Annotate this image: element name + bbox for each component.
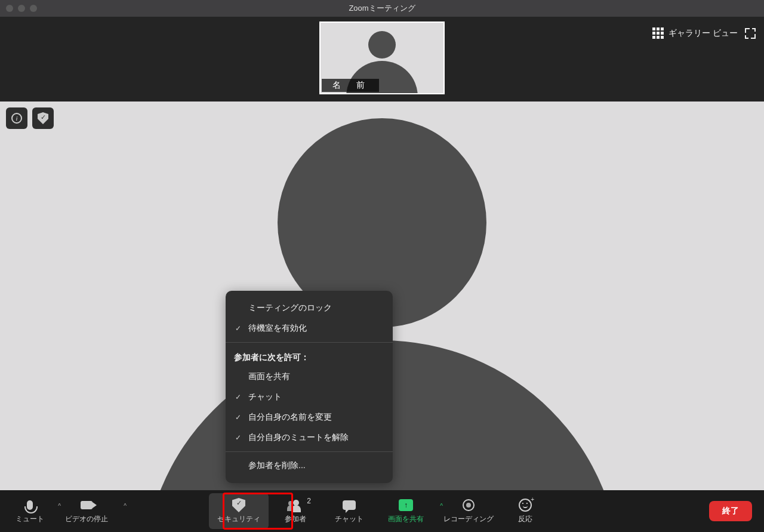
end-label: 終了 <box>722 506 739 515</box>
toolbar-label: チャット <box>335 514 363 524</box>
menu-waiting-room[interactable]: ✓ 待機室を有効化 <box>226 318 393 339</box>
zoom-window-button[interactable] <box>30 5 37 12</box>
chat-icon <box>343 500 356 510</box>
toolbar-label: レコーディング <box>443 514 494 524</box>
info-icon: i <box>11 113 22 124</box>
participant-strip: 名 前 ギャラリー ビュー <box>0 17 764 102</box>
check-icon: ✓ <box>234 324 242 333</box>
fullscreen-button[interactable] <box>745 28 756 39</box>
toolbar-label: セキュリティ <box>217 514 260 524</box>
meeting-toolbar: ミュート ^ ビデオの停止 ^ セキュリティ 2 参加者 チャット ↑ 画面を共… <box>0 490 764 532</box>
toolbar-label: ミュート <box>16 514 44 524</box>
chevron-up-icon[interactable]: ^ <box>124 503 127 509</box>
menu-allow-rename[interactable]: ✓ 自分自身の名前を変更 <box>226 407 393 428</box>
menu-section-header: 参加者に次を許可： <box>226 346 393 367</box>
menu-label: 画面を共有 <box>248 371 290 382</box>
share-screen-button[interactable]: ↑ 画面を共有 ^ <box>376 493 436 529</box>
encryption-button[interactable] <box>32 107 54 129</box>
participants-icon <box>288 500 303 511</box>
participant-count-badge: 2 <box>307 497 311 505</box>
shield-check-icon <box>38 112 48 124</box>
toolbar-label: ビデオの停止 <box>65 514 108 524</box>
menu-label: 自分自身のミュートを解除 <box>248 432 349 443</box>
menu-label: 参加者を削除... <box>248 460 306 471</box>
toolbar-label: 参加者 <box>285 514 306 524</box>
recording-button[interactable]: レコーディング <box>436 493 501 529</box>
titlebar: Zoomミーティング <box>0 0 764 17</box>
participant-name-label: 名 前 <box>322 79 379 92</box>
check-icon: ✓ <box>234 393 242 401</box>
toolbar-label: 反応 <box>518 514 532 524</box>
close-window-button[interactable] <box>6 5 13 12</box>
menu-allow-unmute[interactable]: ✓ 自分自身のミュートを解除 <box>226 428 393 448</box>
end-meeting-button[interactable]: 終了 <box>709 501 752 521</box>
meeting-info-button[interactable]: i <box>6 107 27 129</box>
avatar-head <box>368 31 396 59</box>
check-icon: ✓ <box>234 433 242 442</box>
mute-button[interactable]: ミュート ^ <box>6 493 54 529</box>
record-icon <box>463 499 475 511</box>
main-video-area: i ミーティングのロック ✓ 待機室を有効化 参加者に次を許可： 画面を共有 ✓… <box>0 102 764 490</box>
menu-label: ミーティングのロック <box>248 303 332 313</box>
menu-label: チャット <box>248 392 282 402</box>
camera-icon <box>81 501 93 509</box>
gallery-view-label: ギャラリー ビュー <box>668 28 738 39</box>
stop-video-button[interactable]: ビデオの停止 ^ <box>54 493 119 529</box>
menu-allow-chat[interactable]: ✓ チャット <box>226 387 393 407</box>
menu-allow-share-screen[interactable]: 画面を共有 <box>226 367 393 387</box>
menu-lock-meeting[interactable]: ミーティングのロック <box>226 298 393 318</box>
menu-divider <box>226 451 393 452</box>
security-button[interactable]: セキュリティ <box>209 493 269 529</box>
menu-remove-participant[interactable]: 参加者を削除... <box>226 456 393 476</box>
participants-button[interactable]: 2 参加者 <box>269 493 322 529</box>
reactions-button[interactable]: + 反応 <box>501 493 549 529</box>
smiley-icon: + <box>519 499 532 512</box>
window-controls[interactable] <box>6 5 37 12</box>
minimize-window-button[interactable] <box>18 5 25 12</box>
menu-divider <box>226 342 393 343</box>
grid-icon <box>652 27 664 39</box>
gallery-view-button[interactable]: ギャラリー ビュー <box>652 27 738 39</box>
participant-thumbnail[interactable]: 名 前 <box>319 21 445 94</box>
check-icon: ✓ <box>234 413 242 422</box>
shield-icon <box>232 498 245 512</box>
security-menu: ミーティングのロック ✓ 待機室を有効化 参加者に次を許可： 画面を共有 ✓ チ… <box>226 291 393 483</box>
microphone-icon <box>27 500 33 510</box>
menu-label: 自分自身の名前を変更 <box>248 412 332 423</box>
menu-label: 待機室を有効化 <box>248 323 307 334</box>
window-title: Zoomミーティング <box>349 3 415 14</box>
chat-button[interactable]: チャット <box>322 493 376 529</box>
toolbar-label: 画面を共有 <box>388 514 424 524</box>
share-screen-icon: ↑ <box>399 499 413 511</box>
